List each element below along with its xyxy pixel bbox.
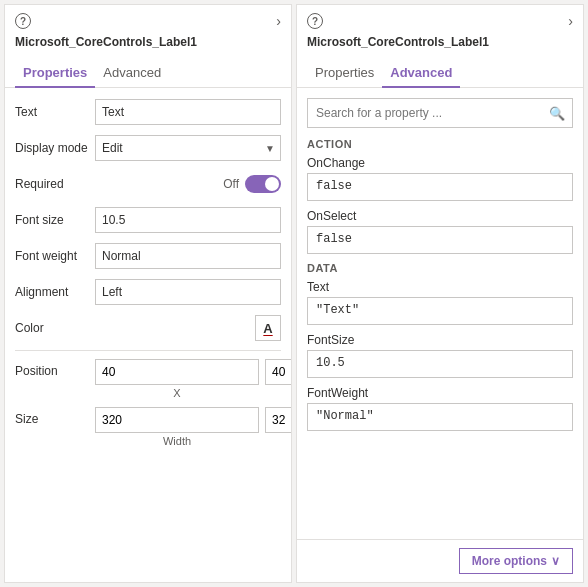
display-mode-row: Display mode Edit ▼ (15, 134, 281, 162)
position-x-label: X (95, 387, 259, 399)
font-weight-label: Font weight (15, 249, 95, 263)
size-height-input[interactable] (265, 407, 291, 433)
text-field-label: Text (15, 105, 95, 119)
required-toggle[interactable] (245, 175, 281, 193)
alignment-row: Alignment (15, 278, 281, 306)
required-toggle-wrapper: Off (95, 175, 281, 193)
required-row: Required Off (15, 170, 281, 198)
color-value: A (95, 315, 281, 341)
position-x-input[interactable] (95, 359, 259, 385)
search-box: 🔍 (307, 98, 573, 128)
position-y-input[interactable] (265, 359, 291, 385)
text-prop-value[interactable]: "Text" (307, 297, 573, 325)
size-height-label: Height (265, 435, 291, 447)
size-row: Size Width Height (15, 407, 281, 447)
display-mode-value: Edit ▼ (95, 135, 281, 161)
font-size-input[interactable] (95, 207, 281, 233)
left-tab-advanced[interactable]: Advanced (95, 59, 169, 88)
data-section-header: DATA (307, 262, 573, 274)
fontsize-prop-value[interactable]: 10.5 (307, 350, 573, 378)
right-panel-title: Microsoft_CoreControls_Label1 (307, 35, 573, 49)
font-size-label: Font size (15, 213, 95, 227)
left-chevron-icon[interactable]: › (276, 13, 281, 29)
left-tab-properties[interactable]: Properties (15, 59, 95, 88)
onselect-value[interactable]: false (307, 226, 573, 254)
position-row: Position X Y (15, 359, 281, 399)
font-weight-value (95, 243, 281, 269)
text-input[interactable] (95, 99, 281, 125)
position-y-label: Y (265, 387, 291, 399)
display-mode-label: Display mode (15, 141, 95, 155)
onchange-value[interactable]: false (307, 173, 573, 201)
action-section-header: ACTION (307, 138, 573, 150)
size-fields: Width Height (95, 407, 291, 447)
left-tabs: Properties Advanced (5, 59, 291, 88)
right-panel: ? › Microsoft_CoreControls_Label1 Proper… (296, 4, 584, 583)
display-mode-select[interactable]: Edit (95, 135, 281, 161)
font-weight-row: Font weight (15, 242, 281, 270)
color-picker-button[interactable]: A (255, 315, 281, 341)
more-options-label: More options (472, 554, 547, 568)
font-size-value (95, 207, 281, 233)
text-prop-label: Text (307, 280, 573, 294)
fontsize-prop-label: FontSize (307, 333, 573, 347)
alignment-label: Alignment (15, 285, 95, 299)
right-panel-header: ? › (297, 5, 583, 33)
fontweight-prop-label: FontWeight (307, 386, 573, 400)
size-width-label: Width (95, 435, 259, 447)
text-field-row: Text (15, 98, 281, 126)
onchange-label: OnChange (307, 156, 573, 170)
required-label: Required (15, 177, 95, 191)
alignment-value (95, 279, 281, 305)
toggle-knob (265, 177, 279, 191)
more-options-button[interactable]: More options ∨ (459, 548, 573, 574)
right-panel-body: 🔍 ACTION OnChange false OnSelect false D… (297, 88, 583, 539)
position-label: Position (15, 359, 95, 378)
color-row: Color A (15, 314, 281, 342)
font-size-row: Font size (15, 206, 281, 234)
alignment-input[interactable] (95, 279, 281, 305)
left-panel-body: Text Display mode Edit ▼ Required Off (5, 88, 291, 582)
left-panel-header: ? › (5, 5, 291, 33)
right-chevron-icon[interactable]: › (568, 13, 573, 29)
onselect-label: OnSelect (307, 209, 573, 223)
size-width-input[interactable] (95, 407, 259, 433)
font-weight-input[interactable] (95, 243, 281, 269)
right-tabs: Properties Advanced (297, 59, 583, 88)
right-tab-properties[interactable]: Properties (307, 59, 382, 88)
search-input[interactable] (307, 98, 573, 128)
left-panel-title: Microsoft_CoreControls_Label1 (15, 35, 281, 49)
toggle-off-label: Off (223, 177, 239, 191)
color-label: Color (15, 321, 95, 335)
search-icon: 🔍 (549, 106, 565, 121)
left-help-icon[interactable]: ? (15, 13, 31, 29)
divider-1 (15, 350, 281, 351)
left-panel: ? › Microsoft_CoreControls_Label1 Proper… (4, 4, 292, 583)
more-options-chevron-icon: ∨ (551, 554, 560, 568)
bottom-bar: More options ∨ (297, 539, 583, 582)
size-label: Size (15, 407, 95, 426)
fontweight-prop-value[interactable]: "Normal" (307, 403, 573, 431)
right-tab-advanced[interactable]: Advanced (382, 59, 460, 88)
right-help-icon[interactable]: ? (307, 13, 323, 29)
text-field-value (95, 99, 281, 125)
position-fields: X Y (95, 359, 291, 399)
